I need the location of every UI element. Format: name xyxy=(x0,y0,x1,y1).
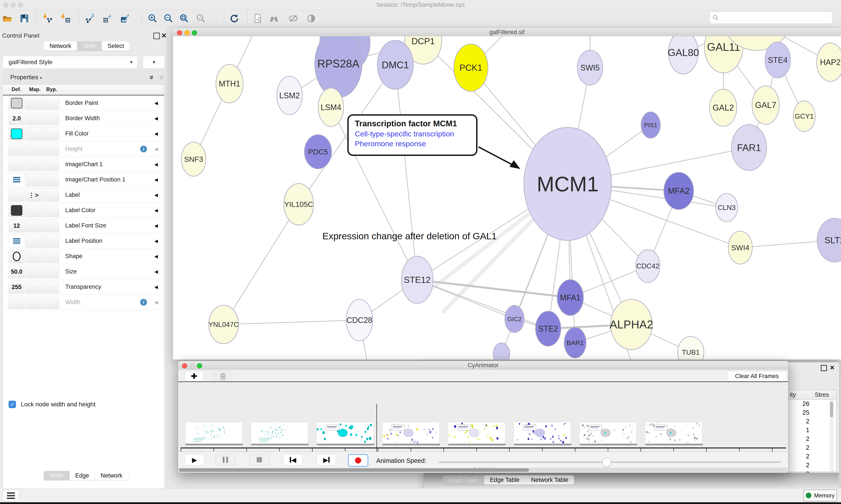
lock-size-checkbox[interactable]: ✓ xyxy=(8,401,16,408)
def-cell[interactable] xyxy=(8,234,25,248)
document-share-icon[interactable] xyxy=(252,13,263,24)
property-row-image-chart-position-1[interactable]: Image/Chart Position 1◀ xyxy=(3,172,164,187)
byp-cell[interactable] xyxy=(43,281,59,293)
table-row[interactable]: 1 xyxy=(788,426,836,434)
property-row-height[interactable]: Heighti◀ xyxy=(3,141,164,157)
expand-row-icon[interactable]: ◀ xyxy=(155,233,158,249)
skip-to-start-button[interactable]: ◀ xyxy=(283,454,303,466)
stop-button[interactable] xyxy=(250,454,269,466)
pause-button[interactable] xyxy=(216,454,235,466)
export-table-icon[interactable] xyxy=(102,13,113,24)
tab-network[interactable]: Network xyxy=(44,41,77,51)
frame-thumbnail-3[interactable] xyxy=(382,422,440,445)
byp-cell[interactable] xyxy=(43,112,59,125)
byp-cell[interactable] xyxy=(43,234,59,248)
zoom-window-icon[interactable] xyxy=(18,2,23,8)
expand-row-icon[interactable]: ◀ xyxy=(155,264,158,279)
binoculars-icon[interactable] xyxy=(269,13,280,24)
annotation-link[interactable]: Pheromone response xyxy=(355,140,476,148)
delete-frame-button[interactable] xyxy=(214,371,232,381)
frame-thumbnail-5[interactable] xyxy=(514,422,571,445)
export-image-icon[interactable] xyxy=(120,13,130,24)
table-row[interactable]: 2 xyxy=(788,434,836,443)
tab-edge-table[interactable]: Edge Table xyxy=(484,475,525,485)
zoom-in-icon[interactable] xyxy=(147,13,158,24)
def-cell[interactable]: 12 xyxy=(8,219,25,232)
table-row[interactable]: 2 xyxy=(788,417,836,426)
table-row[interactable]: 2 xyxy=(788,452,836,461)
network-node-smallcut[interactable] xyxy=(493,343,510,360)
timeline-area[interactable]: 0123456789 Seconds xyxy=(178,382,788,452)
def-cell[interactable] xyxy=(8,96,25,110)
zoom-window-icon[interactable] xyxy=(192,30,197,35)
byp-cell[interactable] xyxy=(43,143,59,156)
open-folder-icon[interactable] xyxy=(2,13,13,24)
info-icon[interactable]: i xyxy=(140,299,147,306)
def-cell[interactable] xyxy=(8,173,25,186)
column-stress[interactable]: Stres xyxy=(815,391,829,398)
byp-cell[interactable] xyxy=(43,173,59,186)
export-network-icon[interactable] xyxy=(85,13,96,24)
property-row-width[interactable]: Widthi◀ xyxy=(3,295,164,310)
tab-style[interactable]: Style xyxy=(77,41,102,51)
import-network-icon[interactable] xyxy=(42,13,53,24)
zoom-fit-icon[interactable] xyxy=(179,13,190,24)
close-panel-icon[interactable]: ✕ xyxy=(829,364,835,371)
properties-header[interactable]: Properties ▾ » » xyxy=(3,70,164,85)
expand-row-icon[interactable]: ◀ xyxy=(155,295,158,310)
frame-thumbnail-0[interactable] xyxy=(185,422,243,445)
expand-row-icon[interactable]: ◀ xyxy=(155,95,158,111)
minimize-window-icon[interactable] xyxy=(11,2,16,8)
network-canvas[interactable]: RPS28ADCP1DMC1PCK1MTH1LSM2LSM4SNF3PDC5YI… xyxy=(173,36,841,360)
map-cell[interactable] xyxy=(25,234,42,248)
play-button[interactable]: ▶ xyxy=(185,454,204,466)
byp-cell[interactable] xyxy=(43,296,59,309)
tab-network[interactable]: Network xyxy=(95,471,128,480)
def-cell[interactable]: 2.0 xyxy=(8,112,25,125)
map-cell[interactable] xyxy=(25,219,42,232)
node-table-header[interactable]: ity Stres xyxy=(788,390,836,399)
map-cell[interactable] xyxy=(25,143,42,156)
map-cell[interactable] xyxy=(25,112,42,125)
add-frame-button[interactable]: ✚ xyxy=(185,371,203,381)
expand-row-icon[interactable]: ◀ xyxy=(155,126,158,141)
byp-cell[interactable] xyxy=(43,265,59,278)
property-row-fill-color[interactable]: Fill Color◀ xyxy=(3,126,164,141)
property-row-border-paint[interactable]: Border Paint◀ xyxy=(3,95,164,111)
timeline-playhead[interactable] xyxy=(376,404,377,453)
memory-button[interactable]: Memory xyxy=(803,489,837,501)
info-icon[interactable]: i xyxy=(140,146,147,152)
def-cell[interactable] xyxy=(8,188,25,202)
map-cell[interactable] xyxy=(25,296,42,309)
property-row-label-position[interactable]: Label Position◀ xyxy=(3,233,164,249)
def-cell[interactable]: 50.0 xyxy=(8,265,25,278)
expand-all-icon[interactable]: » xyxy=(148,75,156,79)
collapse-all-icon[interactable]: » xyxy=(157,75,165,79)
def-cell[interactable]: 255 xyxy=(8,281,25,293)
def-cell[interactable] xyxy=(8,250,25,263)
close-window-icon[interactable] xyxy=(177,30,182,35)
tab-node-table[interactable]: Node Table xyxy=(443,475,484,485)
tab-select[interactable]: Select xyxy=(102,41,130,51)
cyanimator-titlebar[interactable]: CyAnimator xyxy=(178,361,788,370)
property-row-label-font-size[interactable]: 12Label Font Size◀ xyxy=(3,218,164,233)
save-icon[interactable] xyxy=(19,13,30,24)
scrollbar-thumb[interactable] xyxy=(830,401,833,417)
property-row-transparency[interactable]: 255Transparency◀ xyxy=(3,280,164,295)
def-cell[interactable] xyxy=(8,158,25,171)
property-row-label-color[interactable]: Label Color◀ xyxy=(3,203,164,218)
byp-cell[interactable] xyxy=(43,127,59,140)
search-input[interactable] xyxy=(721,14,833,21)
expand-row-icon[interactable]: ◀ xyxy=(155,187,158,202)
def-cell[interactable] xyxy=(8,143,25,156)
tab-network-table[interactable]: Network Table xyxy=(525,475,574,485)
search-field[interactable] xyxy=(710,12,833,24)
zoom-out-icon[interactable] xyxy=(163,13,174,24)
byp-cell[interactable] xyxy=(43,250,59,263)
table-vertical-scrollbar[interactable] xyxy=(829,400,834,471)
expand-row-icon[interactable]: ◀ xyxy=(155,218,158,233)
byp-cell[interactable] xyxy=(43,188,59,202)
scrollbar-thumb[interactable] xyxy=(179,468,529,472)
table-row[interactable]: 25 xyxy=(788,408,836,417)
task-history-button[interactable] xyxy=(3,490,19,502)
